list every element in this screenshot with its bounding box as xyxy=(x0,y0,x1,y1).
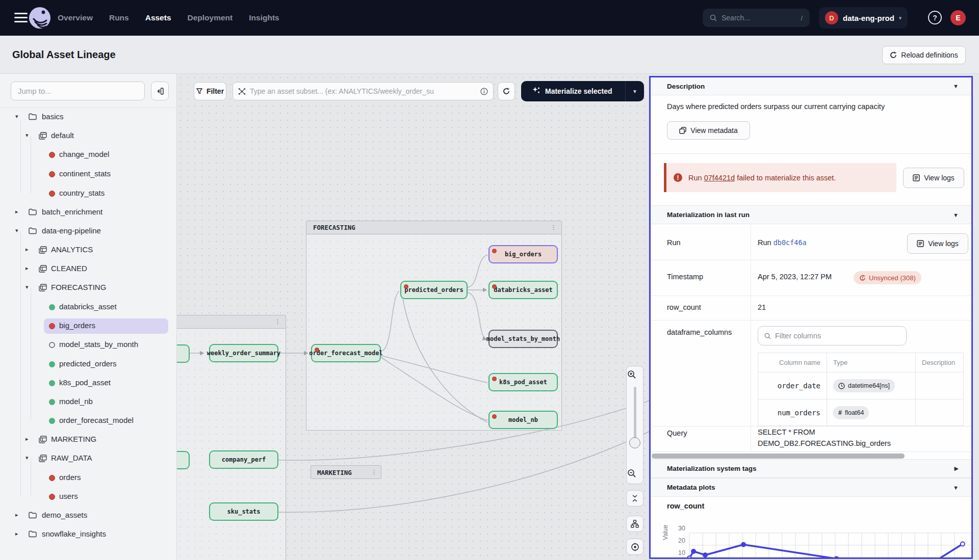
divider xyxy=(651,296,971,296)
horizontal-scrollbar[interactable] xyxy=(652,454,905,459)
menu-icon[interactable] xyxy=(14,13,28,23)
sidebar-item-basics[interactable]: ▾basics xyxy=(0,110,177,125)
recenter-view-button[interactable] xyxy=(626,539,643,555)
nav-overview[interactable]: Overview xyxy=(54,11,97,24)
sidebar-item-ANALYTICS[interactable]: ▸ANALYTICS xyxy=(0,243,177,258)
section-materialization[interactable]: Materialization in last run ▼ xyxy=(651,205,971,224)
run-id-link[interactable]: db0cf46a xyxy=(774,238,807,247)
caret-right-icon[interactable]: ▸ xyxy=(15,208,18,215)
zoom-in-button[interactable] xyxy=(627,369,643,380)
asset-node-label: model_stats_by_month xyxy=(486,335,560,342)
collapse-all-groups-button[interactable] xyxy=(626,490,643,506)
sidebar-item-batch_enrichment[interactable]: ▸batch_enrichment xyxy=(0,205,177,220)
caret-down-icon[interactable]: ▾ xyxy=(25,132,29,139)
sidebar-item-change_model[interactable]: change_model xyxy=(0,147,177,163)
sidebar-item-databricks_asset[interactable]: databricks_asset xyxy=(0,300,177,315)
materialize-selected-button[interactable]: Materialize selected ▼ xyxy=(521,81,644,101)
caret-right-icon[interactable]: ▸ xyxy=(25,246,29,253)
tree-indent-guide xyxy=(31,288,31,420)
info-icon[interactable] xyxy=(480,88,488,95)
asset-node-partial[interactable] xyxy=(177,451,190,469)
filter-columns-input[interactable]: Filter columns xyxy=(758,326,907,345)
sidebar-item-continent_stats[interactable]: continent_stats xyxy=(0,167,177,182)
sidebar-item-k8s_pod_asset[interactable]: k8s_pod_asset xyxy=(0,376,177,391)
lineage-graph-canvas[interactable]: FORECASTING⋮⋮MARKETING⋮ weekly_order_sum… xyxy=(177,74,649,560)
sidebar-item-snowflake_insights[interactable]: ▸snowflake_insights xyxy=(0,527,177,542)
dataframe-columns-label: dataframe_columns xyxy=(667,328,732,336)
asset-node-databricks_asset[interactable]: databricks_asset xyxy=(488,281,558,299)
zoom-out-button[interactable] xyxy=(627,468,643,478)
graph-filter-button[interactable]: Filter xyxy=(194,82,226,100)
caret-right-icon[interactable]: ▸ xyxy=(25,436,29,442)
sidebar-item-model_nb[interactable]: model_nb xyxy=(0,394,177,410)
sidebar-item-label: model_stats_by_month xyxy=(59,340,138,349)
asset-node-label: model_nb xyxy=(508,416,538,423)
asset-node-partial[interactable] xyxy=(177,344,190,363)
asset-node-sku_stats[interactable]: sku_stats xyxy=(209,502,278,521)
sidebar-item-big_orders[interactable]: big_orders xyxy=(0,318,177,334)
asset-node-big_orders[interactable]: big_orders xyxy=(488,245,558,263)
jump-to-input[interactable]: Jump to... xyxy=(11,82,145,100)
sidebar-item-demo_assets[interactable]: ▸demo_assets xyxy=(0,508,177,523)
sidebar-item-orders[interactable]: orders xyxy=(0,470,177,486)
failed-run-link[interactable]: 07f4421d xyxy=(704,174,735,182)
sidebar-item-MARKETING[interactable]: ▸MARKETING xyxy=(0,432,177,447)
section-system-tags[interactable]: Materialization system tags ▶ xyxy=(651,459,971,478)
sidebar-item-country_stats[interactable]: country_stats xyxy=(0,186,177,201)
workspace-switcher[interactable]: D data-eng-prod ▾ xyxy=(819,7,908,29)
collapse-sidebar-button[interactable] xyxy=(151,82,169,100)
relayout-graph-button[interactable] xyxy=(626,516,643,532)
dagster-logo-icon[interactable] xyxy=(29,7,51,29)
sidebar-item-users[interactable]: users xyxy=(0,489,177,504)
asset-description-text: Days where predicted orders surpass our … xyxy=(667,102,885,111)
sidebar-item-predicted_orders[interactable]: predicted_orders xyxy=(0,357,177,372)
chevron-down-icon[interactable]: ▼ xyxy=(626,89,644,94)
caret-right-icon[interactable]: ▸ xyxy=(15,512,18,518)
avatar[interactable]: E xyxy=(950,10,966,25)
nav-runs[interactable]: Runs xyxy=(105,11,133,24)
caret-right-icon[interactable]: ▸ xyxy=(15,530,18,537)
zoom-slider-handle[interactable] xyxy=(629,437,640,448)
row-count-label: row_count xyxy=(667,303,701,311)
asset-node-order_forecast_model[interactable]: order_forecast_model xyxy=(311,344,381,362)
sidebar-item-CLEANED[interactable]: ▸CLEANED xyxy=(0,261,177,277)
folder-icon xyxy=(29,227,37,234)
divider xyxy=(651,320,971,321)
asset-node-company_perf[interactable]: company_perf xyxy=(209,450,278,469)
tree-indent-guide xyxy=(20,231,21,497)
sidebar-item-model_stats_by_month[interactable]: model_stats_by_month xyxy=(0,337,177,353)
caret-right-icon[interactable]: ▸ xyxy=(25,265,29,272)
refresh-icon xyxy=(503,88,510,95)
asset-node-model_nb[interactable]: model_nb xyxy=(488,411,558,429)
timestamp-row-label: Timestamp xyxy=(667,273,703,281)
sidebar-item-FORECASTING[interactable]: ▾FORECASTING xyxy=(0,280,177,296)
view-metadata-button[interactable]: View metadata xyxy=(667,121,750,140)
asset-node-model_stats_by_month[interactable]: model_stats_by_month xyxy=(488,330,558,348)
graph-refresh-button[interactable] xyxy=(498,82,515,100)
sidebar-item-label: RAW_DATA xyxy=(51,454,92,462)
asset-node-k8s_pod_asset[interactable]: k8s_pod_asset xyxy=(488,373,558,391)
asset-subset-input[interactable]: Type an asset subset... (ex: ANALYTICS/w… xyxy=(233,82,494,100)
section-metadata-plots[interactable]: Metadata plots ▼ xyxy=(651,478,971,497)
nav-deployment[interactable]: Deployment xyxy=(184,11,237,24)
nav-insights[interactable]: Insights xyxy=(245,11,283,24)
asset-node-weekly_order_summary[interactable]: weekly_order_summary xyxy=(209,344,278,362)
caret-down-icon[interactable]: ▾ xyxy=(15,227,18,234)
reload-definitions-button[interactable]: Reload definitions xyxy=(882,46,966,64)
view-logs-button[interactable]: View logs xyxy=(903,168,964,188)
sidebar-item-RAW_DATA[interactable]: ▾RAW_DATA xyxy=(0,451,177,466)
nav-assets[interactable]: Assets xyxy=(141,11,175,24)
sidebar-item-order_forecast_model[interactable]: order_forecast_model xyxy=(0,413,177,429)
caret-down-icon[interactable]: ▾ xyxy=(25,284,29,290)
global-search-input[interactable]: Search... / xyxy=(703,9,810,27)
section-description[interactable]: Description ▼ xyxy=(651,77,971,95)
caret-down-icon[interactable]: ▾ xyxy=(25,455,29,461)
sidebar-item-default[interactable]: ▾default xyxy=(0,128,177,144)
caret-down-icon[interactable]: ▾ xyxy=(15,113,18,120)
sidebar-item-data-eng-pipeline[interactable]: ▾data-eng-pipeline xyxy=(0,224,177,239)
asset-node-label: predicted_orders xyxy=(404,286,463,294)
asset-node-predicted_orders[interactable]: predicted_orders xyxy=(400,281,468,299)
divider xyxy=(751,225,751,451)
help-icon[interactable]: ? xyxy=(928,11,942,24)
view-logs-button[interactable]: View logs xyxy=(907,233,968,254)
